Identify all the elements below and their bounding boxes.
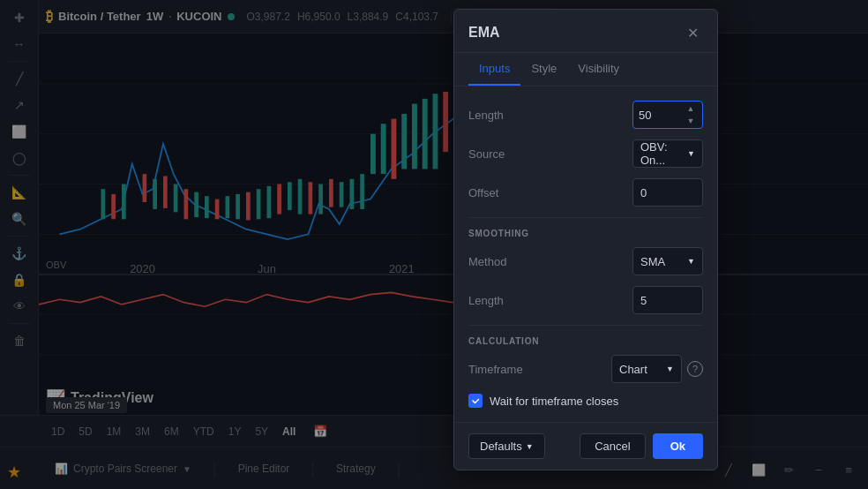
timeframe-chevron: ▼ (666, 365, 674, 373)
tab-visibility[interactable]: Visibility (567, 53, 630, 86)
offset-row: Offset 0 (468, 178, 703, 207)
dialog-title: EMA (468, 25, 500, 41)
timeframe-help-icon[interactable]: ? (687, 361, 703, 377)
dialog-footer: Defaults ▼ Cancel Ok (454, 422, 717, 470)
length-input[interactable]: 50 ▲ ▼ (632, 101, 703, 129)
timeframe-label: Timeframe (468, 363, 523, 376)
timeframe-select[interactable]: Chart ▼ (611, 355, 682, 383)
modal-overlay (0, 0, 868, 489)
method-chevron: ▼ (687, 257, 695, 266)
offset-value: 0 (640, 186, 647, 199)
smooth-length-value: 5 (640, 294, 647, 307)
timeframe-control: Chart ▼ ? (611, 355, 703, 383)
method-select[interactable]: SMA ▼ (632, 247, 703, 275)
smooth-length-input[interactable]: 5 (632, 286, 703, 314)
length-row: Length 50 ▲ ▼ (468, 101, 703, 129)
length-control: 50 ▲ ▼ (632, 101, 703, 129)
source-chevron: ▼ (687, 149, 695, 158)
defaults-label: Defaults (480, 440, 522, 453)
method-row: Method SMA ▼ (468, 247, 703, 275)
tab-style[interactable]: Style (520, 53, 567, 86)
dialog-header: EMA ✕ (454, 10, 717, 53)
footer-right: Cancel Ok (580, 433, 703, 459)
method-label: Method (468, 255, 506, 268)
length-spinners: ▲ ▼ (685, 102, 697, 127)
timeframe-value: Chart (619, 363, 647, 376)
wait-checkbox-row: Wait for timeframe closes (468, 394, 703, 408)
source-select[interactable]: OBV: On... ▼ (632, 139, 703, 168)
wait-checkbox[interactable] (468, 394, 483, 408)
length-up-btn[interactable]: ▲ (685, 102, 697, 115)
defaults-chevron: ▼ (526, 442, 534, 451)
calculation-section-label: CALCULATION (468, 336, 703, 346)
offset-label: Offset (468, 186, 498, 199)
dialog-body: Length 50 ▲ ▼ Source OBV: On... ▼ Offs (454, 87, 717, 422)
length-down-btn[interactable]: ▼ (685, 115, 697, 127)
wait-label: Wait for timeframe closes (490, 395, 618, 408)
source-label: Source (468, 147, 505, 161)
defaults-btn[interactable]: Defaults ▼ (468, 433, 545, 459)
length-value: 50 (639, 109, 651, 122)
separator-smoothing (468, 217, 703, 218)
cancel-button[interactable]: Cancel (580, 433, 645, 459)
smooth-length-row: Length 5 (468, 286, 703, 314)
offset-input[interactable]: 0 (632, 178, 703, 207)
method-value: SMA (640, 255, 665, 268)
ema-dialog: EMA ✕ Inputs Style Visibility Length 50 … (453, 9, 718, 470)
dialog-close-btn[interactable]: ✕ (682, 22, 703, 43)
smooth-length-label: Length (468, 294, 504, 307)
separator-calculation (468, 325, 703, 326)
ok-button[interactable]: Ok (653, 433, 703, 459)
tab-inputs[interactable]: Inputs (468, 53, 520, 86)
dialog-tabs: Inputs Style Visibility (454, 53, 717, 87)
source-row: Source OBV: On... ▼ (468, 139, 703, 168)
source-value: OBV: On... (640, 140, 687, 167)
length-label: Length (468, 109, 504, 122)
smoothing-section-label: SMOOTHING (468, 229, 703, 238)
timeframe-row: Timeframe Chart ▼ ? (468, 355, 703, 383)
checkmark-icon (471, 396, 480, 405)
